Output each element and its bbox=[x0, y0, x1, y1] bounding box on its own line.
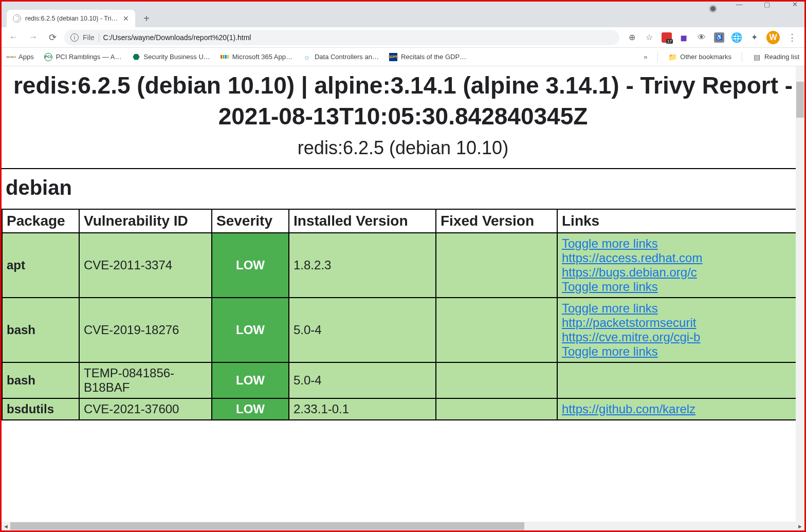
cell-links: Toggle more linkshttps://access.redhat.c… bbox=[557, 233, 804, 298]
cell-vulnerability-id: CVE-2019-18276 bbox=[79, 298, 212, 362]
table-row: bashTEMP-0841856-B18BAFLOW5.0-4 bbox=[2, 362, 804, 398]
col-fixed-version: Fixed Version bbox=[436, 209, 557, 233]
apps-label: Apps bbox=[19, 53, 34, 61]
bookmark-item-m365[interactable]: Microsoft 365 App… bbox=[221, 53, 292, 61]
star-icon[interactable]: ☆ bbox=[644, 32, 654, 43]
apps-shortcut[interactable]: Apps bbox=[7, 53, 34, 61]
bookmarks-bar: Apps PCI PCI Ramblings — A… ⬣ Security B… bbox=[2, 48, 804, 66]
microsoft-icon bbox=[221, 53, 229, 61]
cell-installed-version: 2.33.1-0.1 bbox=[289, 398, 436, 420]
table-row: bashCVE-2019-18276LOW5.0-4Toggle more li… bbox=[2, 298, 804, 362]
vuln-link[interactable]: https://access.redhat.com bbox=[562, 251, 799, 265]
titlebar: ― ▢ ✕ bbox=[2, 2, 804, 7]
extension-eye-icon[interactable]: 👁 bbox=[697, 32, 707, 43]
sharepoint-icon: ⬣ bbox=[132, 53, 140, 61]
forward-button[interactable]: → bbox=[25, 32, 41, 43]
cell-fixed-version bbox=[436, 233, 557, 298]
cell-package: bsdutils bbox=[2, 398, 79, 420]
horizontal-scrollbar[interactable]: ◄ ► bbox=[2, 522, 804, 530]
url-scheme-label: File bbox=[83, 33, 95, 42]
reload-button[interactable]: ⟳ bbox=[45, 32, 60, 43]
vuln-link[interactable]: Toggle more links bbox=[562, 301, 799, 316]
zoom-icon[interactable]: ⊕ bbox=[627, 32, 637, 43]
cell-vulnerability-id: CVE-2021-37600 bbox=[79, 398, 212, 420]
new-tab-button[interactable]: + bbox=[139, 11, 154, 26]
vuln-link[interactable]: https://cve.mitre.org/cgi-b bbox=[562, 330, 799, 344]
vertical-scrollbar[interactable] bbox=[796, 66, 804, 522]
table-header-row: Package Vulnerability ID Severity Instal… bbox=[2, 209, 804, 233]
cell-fixed-version bbox=[436, 398, 557, 420]
bookmark-item-data-controllers[interactable]: ☼ Data Controllers an… bbox=[303, 53, 379, 61]
bookmark-item-security[interactable]: ⬣ Security Business U… bbox=[132, 53, 210, 61]
extension-diamond-icon[interactable]: ◆ bbox=[677, 30, 691, 44]
extension-globe-icon[interactable]: 🌐 bbox=[731, 32, 742, 43]
bookmark-item-pci[interactable]: PCI PCI Ramblings — A… bbox=[44, 53, 122, 61]
tabstrip: redis:6.2.5 (debian 10.10) - Trivy R ✕ + bbox=[2, 7, 804, 27]
cell-links bbox=[557, 362, 804, 398]
vuln-link[interactable]: Toggle more links bbox=[562, 280, 799, 294]
toolbar: ← → ⟳ i File C:/Users/wayne/Downloads/re… bbox=[2, 27, 804, 48]
site-info-icon[interactable]: i bbox=[70, 33, 79, 42]
cell-installed-version: 5.0-4 bbox=[289, 298, 436, 362]
profile-avatar[interactable]: W bbox=[766, 31, 780, 44]
bookmark-label: Microsoft 365 App… bbox=[232, 53, 292, 61]
col-package: Package bbox=[2, 209, 79, 233]
reading-list-button[interactable]: ▤ Reading list bbox=[753, 53, 799, 61]
extensions-button[interactable]: ✦ bbox=[749, 32, 759, 43]
address-bar[interactable]: i File C:/Users/wayne/Downloads/report%2… bbox=[64, 30, 619, 45]
col-links: Links bbox=[557, 209, 804, 233]
eu-flag-icon: GDPR bbox=[389, 53, 397, 61]
vuln-link[interactable]: Toggle more links bbox=[562, 344, 799, 359]
cell-fixed-version bbox=[436, 362, 557, 398]
cell-vulnerability-id: TEMP-0841856-B18BAF bbox=[79, 362, 212, 398]
cell-package: bash bbox=[2, 362, 79, 398]
vuln-link[interactable]: https://bugs.debian.org/c bbox=[562, 265, 799, 280]
content-viewport: redis:6.2.5 (debian 10.10) | alpine:3.14… bbox=[2, 66, 804, 522]
reading-list-label: Reading list bbox=[764, 53, 799, 61]
table-row: aptCVE-2011-3374LOW1.8.2.3Toggle more li… bbox=[2, 233, 804, 298]
scroll-left-arrow[interactable]: ◄ bbox=[2, 523, 10, 529]
bookmarks-overflow-button[interactable]: » bbox=[644, 53, 647, 61]
extension-teams-icon[interactable] bbox=[662, 32, 672, 43]
bookmark-label: Security Business U… bbox=[144, 53, 210, 61]
tab-close-button[interactable]: ✕ bbox=[123, 14, 129, 23]
cell-severity: LOW bbox=[212, 362, 289, 398]
cell-package: apt bbox=[2, 233, 79, 298]
vulnerability-table: Package Vulnerability ID Severity Instal… bbox=[2, 209, 804, 420]
toolbar-right-icons: ⊕ ☆ ◆ 👁 ♿ 🌐 ✦ W ⋮ bbox=[624, 31, 800, 44]
vuln-link[interactable]: http://packetstormsecurit bbox=[562, 316, 799, 330]
cell-severity: LOW bbox=[212, 298, 289, 362]
vuln-link[interactable]: Toggle more links bbox=[562, 236, 799, 251]
tab-title: redis:6.2.5 (debian 10.10) - Trivy R bbox=[25, 15, 119, 22]
browser-chrome: ― ▢ ✕ redis:6.2.5 (debian 10.10) - Trivy… bbox=[2, 2, 804, 66]
cell-installed-version: 5.0-4 bbox=[289, 362, 436, 398]
cell-links: https://github.com/karelz bbox=[557, 398, 804, 420]
cell-installed-version: 1.8.2.3 bbox=[289, 233, 436, 298]
col-severity: Severity bbox=[212, 209, 289, 233]
cell-severity: LOW bbox=[212, 233, 289, 298]
scroll-right-arrow[interactable]: ► bbox=[796, 523, 804, 529]
sun-icon: ☼ bbox=[303, 53, 311, 61]
report-main-title: redis:6.2.5 (debian 10.10) | alpine:3.14… bbox=[2, 66, 804, 135]
bookmark-item-gdpr[interactable]: GDPR Recitals of the GDP… bbox=[389, 53, 466, 61]
table-row: bsdutilsCVE-2021-37600LOW2.33.1-0.1https… bbox=[2, 398, 804, 420]
other-bookmarks-button[interactable]: 📁 Other bookmarks bbox=[668, 53, 731, 61]
col-installed-version: Installed Version bbox=[289, 209, 436, 233]
bookmark-label: PCI Ramblings — A… bbox=[56, 53, 122, 61]
globe-favicon-icon bbox=[13, 14, 21, 23]
bookmark-label: Data Controllers an… bbox=[315, 53, 379, 61]
other-bookmarks-label: Other bookmarks bbox=[680, 53, 731, 61]
horizontal-scroll-thumb[interactable] bbox=[10, 522, 524, 530]
extension-accessibility-icon[interactable]: ♿ bbox=[714, 32, 724, 43]
omnibox-separator bbox=[99, 33, 99, 42]
url-path: C:/Users/wayne/Downloads/report%20(1).ht… bbox=[103, 33, 251, 42]
pci-icon: PCI bbox=[44, 53, 52, 61]
vertical-scroll-thumb[interactable] bbox=[796, 82, 804, 118]
kebab-menu-button[interactable]: ⋮ bbox=[787, 32, 797, 43]
back-button[interactable]: ← bbox=[6, 32, 21, 43]
cell-package: bash bbox=[2, 298, 79, 362]
cell-fixed-version bbox=[436, 298, 557, 362]
vuln-link[interactable]: https://github.com/karelz bbox=[562, 402, 799, 416]
browser-tab[interactable]: redis:6.2.5 (debian 10.10) - Trivy R ✕ bbox=[7, 10, 135, 27]
cell-severity: LOW bbox=[212, 398, 289, 420]
